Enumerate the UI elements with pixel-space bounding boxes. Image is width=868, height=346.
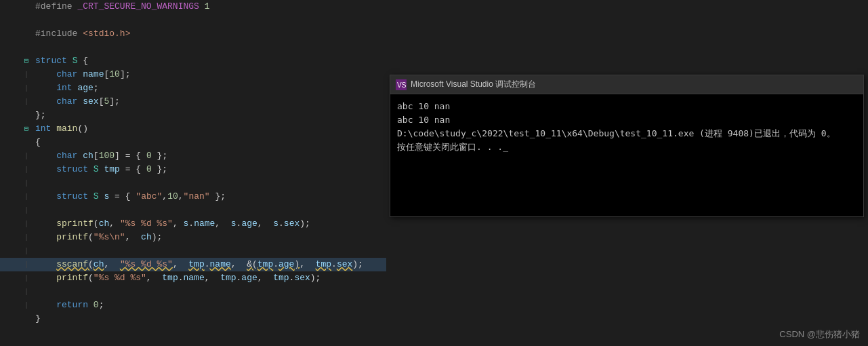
- code-line: | sprintf(ch, "%s %d %s", s.name, s.age,…: [0, 217, 386, 231]
- line-code: char ch[100] = { 0 };: [33, 149, 386, 163]
- code-line: | struct S s = { "abc",10,"nan" };: [0, 190, 386, 204]
- line-code: sprintf(ch, "%s %d %s", s.name, s.age, s…: [33, 217, 386, 231]
- line-code: int main(): [33, 122, 386, 136]
- code-editor: #define _CRT_SECURE_NO_WARNINGS 1 #inclu…: [0, 0, 386, 346]
- line-code: };: [33, 109, 386, 122]
- code-line: }: [0, 312, 386, 326]
- code-line: | printf("%s %d %s", tmp.name, tmp.age, …: [0, 271, 386, 285]
- code-line: |: [0, 176, 386, 190]
- code-line: | char ch[100] = { 0 };: [0, 149, 386, 163]
- csdn-watermark: CSDN @悲伤猪小猪: [779, 328, 860, 341]
- debug-output-line: abc 10 nan: [397, 100, 856, 113]
- line-code: [33, 14, 386, 27]
- fold-marker[interactable]: ⊟: [20, 54, 33, 68]
- fold-marker[interactable]: |: [20, 231, 33, 244]
- fold-marker[interactable]: |: [20, 176, 33, 190]
- line-code: int age;: [33, 81, 386, 95]
- debug-output-line: D:\code\study_c\2022\test_10_11\x64\Debu…: [397, 127, 856, 140]
- line-code: #include <stdio.h>: [33, 27, 386, 41]
- line-code: #define _CRT_SECURE_NO_WARNINGS 1: [33, 0, 386, 14]
- line-code: [33, 176, 386, 190]
- code-line: [0, 14, 386, 27]
- code-line: };: [0, 109, 386, 122]
- code-line: [0, 41, 386, 54]
- code-line: | sscanf(ch, "%s %d %s", tmp.name, &(tmp…: [0, 258, 386, 271]
- line-code: char name[10];: [33, 68, 386, 81]
- line-code: }: [33, 312, 386, 326]
- line-code: [33, 204, 386, 217]
- debug-console-content: abc 10 nanabc 10 nanD:\code\study_c\2022…: [390, 94, 863, 216]
- code-line: ⊟int main(): [0, 122, 386, 136]
- line-code: return 0;: [33, 299, 386, 312]
- fold-marker[interactable]: |: [20, 244, 33, 258]
- fold-marker[interactable]: |: [20, 271, 33, 285]
- line-code: {: [33, 136, 386, 149]
- line-code: struct S {: [33, 54, 386, 68]
- code-line: {: [0, 136, 386, 149]
- debug-console-titlebar: VS Microsoft Visual Studio 调试控制台: [390, 75, 863, 94]
- code-line: | return 0;: [0, 299, 386, 312]
- line-code: char sex[5];: [33, 95, 386, 109]
- fold-marker[interactable]: ⊟: [20, 122, 33, 136]
- code-line: |: [0, 285, 386, 299]
- line-code: [33, 41, 386, 54]
- line-code: printf("%s %d %s", tmp.name, tmp.age, tm…: [33, 271, 386, 285]
- fold-marker[interactable]: |: [20, 149, 33, 163]
- code-line: | char sex[5];: [0, 95, 386, 109]
- fold-marker[interactable]: |: [20, 68, 33, 81]
- debug-console-window[interactable]: VS Microsoft Visual Studio 调试控制台 abc 10 …: [390, 75, 864, 217]
- line-code: printf("%s\n", ch);: [33, 231, 386, 244]
- line-code: struct S tmp = { 0 };: [33, 163, 386, 176]
- code-line: | struct S tmp = { 0 };: [0, 163, 386, 176]
- fold-marker[interactable]: |: [20, 95, 33, 109]
- code-line: ⊟struct S {: [0, 54, 386, 68]
- fold-marker[interactable]: |: [20, 163, 33, 176]
- code-line: | char name[10];: [0, 68, 386, 81]
- debug-output-line: abc 10 nan: [397, 113, 856, 127]
- fold-marker[interactable]: |: [20, 217, 33, 231]
- line-code: sscanf(ch, "%s %d %s", tmp.name, &(tmp.a…: [33, 258, 386, 271]
- code-line: |: [0, 204, 386, 217]
- code-line: #define _CRT_SECURE_NO_WARNINGS 1: [0, 0, 386, 14]
- fold-marker[interactable]: |: [20, 285, 33, 299]
- fold-marker[interactable]: |: [20, 190, 33, 204]
- debug-output-line: 按任意键关闭此窗口. . ._: [397, 140, 856, 154]
- fold-marker[interactable]: |: [20, 258, 33, 271]
- line-code: [33, 244, 386, 258]
- code-line: |: [0, 244, 386, 258]
- line-code: [33, 285, 386, 299]
- line-code: struct S s = { "abc",10,"nan" };: [33, 190, 386, 204]
- svg-text:VS: VS: [397, 81, 407, 89]
- vs-icon: VS: [396, 79, 407, 90]
- fold-marker[interactable]: |: [20, 81, 33, 95]
- code-line: | printf("%s\n", ch);: [0, 231, 386, 244]
- code-line: | int age;: [0, 81, 386, 95]
- fold-marker[interactable]: |: [20, 299, 33, 312]
- fold-marker[interactable]: |: [20, 204, 33, 217]
- code-line: #include <stdio.h>: [0, 27, 386, 41]
- debug-console-title: Microsoft Visual Studio 调试控制台: [411, 79, 536, 90]
